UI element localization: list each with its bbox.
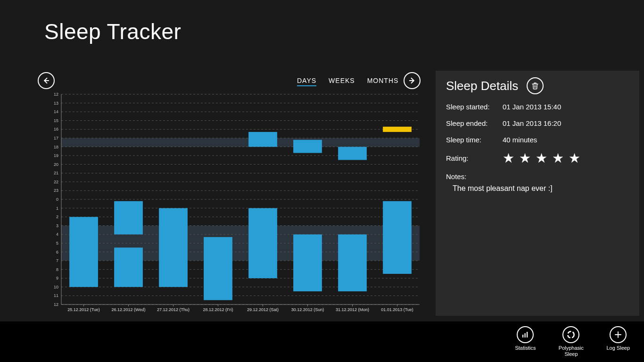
star-icon[interactable]: ★ (552, 152, 564, 164)
chart-panel: DAYS WEEKS MONTHS 1213141516171819202122… (38, 71, 429, 316)
sleep-bar[interactable] (338, 147, 367, 160)
svg-text:30.12.2012 (Sun): 30.12.2012 (Sun) (291, 307, 324, 312)
svg-text:18: 18 (54, 145, 58, 149)
time-label: Sleep time: (446, 136, 503, 144)
svg-text:28.12.2012 (Fri): 28.12.2012 (Fri) (203, 307, 233, 312)
svg-text:7: 7 (56, 258, 58, 263)
svg-text:23: 23 (54, 188, 58, 193)
statistics-label: Statistics (515, 345, 536, 351)
app-bar: Statistics Polyphasic Sleep Log Sleep (0, 321, 644, 362)
svg-rect-72 (527, 332, 528, 337)
sleep-bar[interactable] (248, 132, 277, 147)
bar-chart-icon (521, 330, 529, 339)
svg-text:26.12.2012 (Wed): 26.12.2012 (Wed) (112, 307, 146, 312)
svg-text:4: 4 (56, 232, 58, 237)
page-title: Sleep Tracker (44, 19, 181, 44)
svg-text:0: 0 (56, 197, 58, 202)
prev-arrow-button[interactable] (38, 72, 55, 89)
svg-text:11: 11 (54, 293, 58, 298)
range-tabs: DAYS WEEKS MONTHS (297, 77, 398, 86)
sleep-bar[interactable] (69, 217, 98, 287)
sleep-bar[interactable] (293, 140, 322, 153)
sleep-chart-svg: 1213141516171819202122230123456789101112… (47, 92, 420, 314)
polyphasic-label: Polyphasic Sleep (554, 345, 587, 357)
svg-text:12: 12 (54, 92, 58, 97)
notes-value: The most pleasant nap ever :] (446, 184, 629, 193)
svg-text:5: 5 (56, 241, 58, 246)
sleep-details-panel: Sleep Details Sleep started:01 Jan 2013 … (436, 71, 639, 316)
tab-weeks[interactable]: WEEKS (329, 77, 355, 86)
sleep-bar[interactable] (204, 237, 232, 300)
rating-stars[interactable]: ★★★★★ (503, 152, 580, 164)
svg-text:27.12.2012 (Thu): 27.12.2012 (Thu) (157, 307, 190, 312)
svg-text:31.12.2012 (Mon): 31.12.2012 (Mon) (336, 307, 369, 312)
trash-icon (531, 82, 539, 90)
svg-text:12: 12 (54, 302, 58, 307)
star-icon[interactable]: ★ (569, 152, 580, 164)
main-content: DAYS WEEKS MONTHS 1213141516171819202122… (38, 71, 641, 316)
polyphasic-button[interactable]: Polyphasic Sleep (554, 326, 587, 357)
svg-text:22: 22 (54, 180, 58, 184)
tab-months[interactable]: MONTHS (367, 77, 399, 86)
sleep-bar[interactable] (248, 208, 277, 279)
svg-text:6: 6 (56, 250, 58, 255)
svg-text:15: 15 (54, 118, 58, 123)
svg-text:01.01.2013 (Tue): 01.01.2013 (Tue) (381, 307, 413, 312)
svg-text:13: 13 (54, 101, 58, 106)
sleep-chart: 1213141516171819202122230123456789101112… (47, 92, 420, 314)
sleep-bar[interactable] (114, 201, 143, 235)
log-sleep-label: Log Sleep (606, 345, 630, 351)
plus-icon (614, 330, 622, 339)
pie-icon (566, 330, 576, 339)
started-value: 01 Jan 2013 15:40 (503, 103, 561, 111)
svg-text:3: 3 (56, 223, 58, 228)
star-icon[interactable]: ★ (503, 152, 514, 164)
rating-label: Rating: (446, 154, 503, 162)
tab-days[interactable]: DAYS (297, 77, 316, 86)
svg-text:20: 20 (54, 162, 58, 167)
svg-text:8: 8 (56, 267, 58, 272)
svg-text:29.12.2012 (Sat): 29.12.2012 (Sat) (247, 307, 279, 312)
svg-text:25.12.2012 (Tue): 25.12.2012 (Tue) (67, 307, 100, 312)
details-title: Sleep Details (446, 79, 518, 93)
log-sleep-button[interactable]: Log Sleep (606, 326, 630, 351)
arrow-left-icon (42, 76, 50, 85)
sleep-bar[interactable] (293, 234, 322, 291)
svg-rect-0 (61, 138, 420, 147)
svg-text:19: 19 (54, 153, 58, 158)
notes-label: Notes: (446, 173, 629, 181)
sleep-bar[interactable] (159, 208, 188, 287)
svg-text:21: 21 (54, 171, 58, 175)
svg-text:10: 10 (54, 285, 58, 289)
star-icon[interactable]: ★ (519, 152, 531, 164)
ended-label: Sleep ended: (446, 119, 503, 127)
svg-text:9: 9 (56, 276, 58, 280)
sleep-bar[interactable] (383, 127, 412, 132)
svg-rect-71 (525, 333, 526, 337)
svg-text:17: 17 (54, 136, 58, 140)
ended-value: 01 Jan 2013 16:20 (503, 119, 561, 127)
svg-text:16: 16 (54, 127, 58, 132)
sleep-bar[interactable] (114, 247, 143, 287)
arrow-right-icon (408, 76, 416, 85)
started-label: Sleep started: (446, 103, 503, 111)
sleep-bar[interactable] (383, 201, 412, 274)
delete-button[interactable] (527, 77, 544, 94)
svg-rect-70 (522, 335, 523, 337)
statistics-button[interactable]: Statistics (515, 326, 536, 351)
next-arrow-button[interactable] (404, 72, 421, 89)
svg-point-73 (568, 331, 574, 337)
star-icon[interactable]: ★ (536, 152, 547, 164)
sleep-bar[interactable] (338, 234, 367, 291)
svg-text:14: 14 (54, 109, 58, 114)
svg-text:1: 1 (56, 206, 58, 211)
svg-text:2: 2 (56, 214, 58, 219)
time-value: 40 minutes (503, 136, 537, 144)
